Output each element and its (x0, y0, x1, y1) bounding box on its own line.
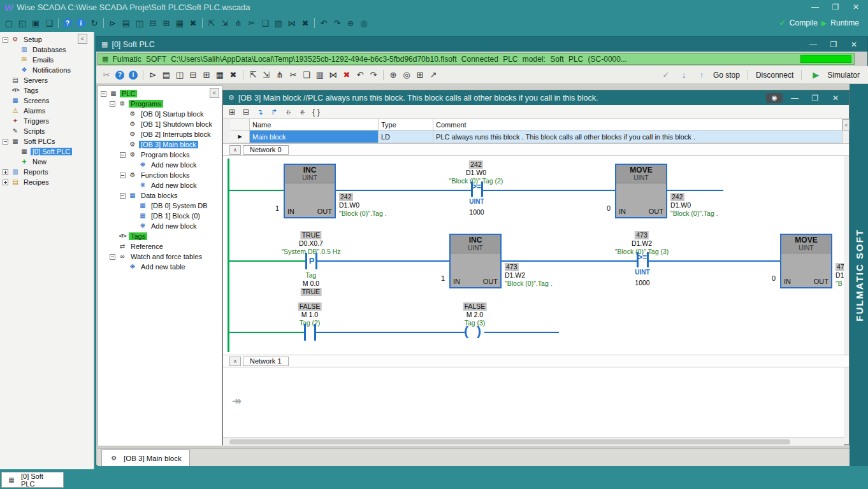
contact-closed-icon[interactable]: -|/|- (296, 106, 308, 118)
copy-icon[interactable]: ❑ (259, 17, 271, 29)
move-block[interactable]: MOVE UINT IN OUT (615, 164, 667, 218)
expander-icon[interactable] (120, 173, 126, 178)
plc-help-icon[interactable]: ? (115, 71, 124, 80)
tree-item-program-blocks[interactable]: ⚙Program blocks (98, 150, 222, 160)
sidebar-item-servers[interactable]: ▤Servers (0, 75, 94, 85)
tree-item-add-data-block[interactable]: ❋Add new block (98, 221, 222, 231)
expander-icon[interactable] (110, 101, 115, 107)
paste-icon[interactable]: ▥ (272, 17, 285, 29)
sidebar-item-soft-plcs[interactable]: ▦Soft PLCs (0, 136, 94, 146)
sidebar-item-triggers[interactable]: ✦Triggers (0, 116, 94, 126)
online-monitor-icon[interactable]: ◉ (766, 93, 783, 103)
select-icon[interactable]: ⊳ (106, 17, 119, 29)
block-type-cell[interactable]: LD (379, 131, 433, 143)
tree-item-function-blocks[interactable]: ⚙Function blocks (98, 170, 222, 180)
coil-left-icon[interactable]: ( (464, 323, 468, 339)
plc-grid-view-icon[interactable]: ▦ (213, 69, 226, 82)
tree-item-plc[interactable]: ▦PLC (98, 89, 222, 99)
positive-edge-contact[interactable]: P (309, 256, 315, 266)
sidebar-item-databases[interactable]: ▥Databases (0, 45, 94, 55)
tree-item-ob2[interactable]: ⚙[OB 2] Interrupts block (98, 129, 222, 139)
tree-item-add-function-block[interactable]: ❋Add new block (98, 180, 222, 190)
plc-zoom-icon[interactable]: ⊕ (387, 69, 400, 82)
tree-item-db1[interactable]: ▦[DB 1] Block (0) (98, 211, 222, 221)
expander-icon[interactable] (120, 193, 126, 199)
open-icon[interactable]: ◱ (16, 17, 29, 29)
plc-close-button[interactable]: ✕ (846, 40, 862, 49)
cut-icon[interactable]: ✂ (245, 17, 258, 29)
sidebar-item-notifications[interactable]: ❖Notifications (0, 65, 94, 75)
runtime-button[interactable]: Runtime (830, 18, 859, 27)
contact-bar[interactable] (304, 324, 306, 341)
editor-maximize-button[interactable]: ❐ (807, 94, 823, 103)
scrollbar-thumb[interactable] (229, 439, 790, 444)
expander-icon[interactable] (3, 37, 8, 43)
plc-external-icon[interactable]: ↗ (427, 69, 440, 82)
plc-import-icon[interactable]: ⇲ (260, 69, 273, 82)
insert-rung-icon[interactable]: ↠ (232, 394, 242, 408)
comment-column-header[interactable]: Comment (433, 119, 843, 131)
split-horizontal-icon[interactable]: ◫ (133, 17, 146, 29)
plc-undo-icon[interactable]: ↶ (354, 69, 366, 82)
editor-close-button[interactable]: ✕ (827, 94, 844, 103)
delete-icon[interactable]: ✖ (299, 17, 312, 29)
type-column-header[interactable]: Type (379, 119, 433, 131)
tree-item-reference[interactable]: ⇄Reference (98, 241, 222, 252)
accept-icon[interactable]: ✓ (660, 69, 672, 82)
download-to-plc-icon[interactable]: ↓ (677, 69, 690, 82)
tab-ob3-main-block[interactable]: ⚙ [OB 3] Main block (101, 450, 190, 466)
sync-icon[interactable]: ↻ (88, 17, 101, 29)
disconnect-button[interactable]: Disconnect (756, 71, 793, 80)
plc-info-icon[interactable]: i (129, 71, 138, 80)
sidebar-item-alarms[interactable]: ⚠Alarms (0, 106, 94, 116)
merge-icon[interactable]: ⋈ (286, 17, 298, 29)
tree-item-ob0[interactable]: ⚙[OB 0] Startup block (98, 109, 222, 119)
upload-from-plc-icon[interactable]: ↑ (695, 69, 708, 82)
network0-label[interactable]: Network 0 (243, 145, 289, 155)
plc-export-icon[interactable]: ⇱ (247, 69, 259, 82)
taskbar-tab-soft-plc[interactable]: ▦ [0] Soft PLC (1, 472, 64, 488)
operand-label[interactable]: 47 D1 "B (835, 263, 844, 288)
table-collapse-button[interactable]: < (843, 119, 850, 131)
tree-item-watch-tables[interactable]: ∞Watch and force tables (98, 252, 222, 262)
inc-block[interactable]: INC UINT IN OUT (284, 164, 336, 218)
block-table-row[interactable]: ▶ Main block LD PLC always runs this blo… (231, 131, 843, 143)
tree-item-add-new-table[interactable]: ❋Add new table (98, 262, 222, 272)
find-icon[interactable]: ◎ (358, 17, 370, 29)
tree-item-db0[interactable]: ▦[DB 0] System DB (98, 201, 222, 211)
save-all-icon[interactable]: ❏ (43, 17, 55, 29)
sidebar-item-reports[interactable]: ▥Reports (0, 167, 94, 177)
sidebar-item-soft-plc-0[interactable]: ▦[0] Soft PLC (0, 146, 94, 157)
plc-maximize-button[interactable]: ❐ (825, 40, 842, 49)
sidebar-item-new-plc[interactable]: +New (0, 157, 94, 167)
plc-redo-icon[interactable]: ↷ (367, 69, 380, 82)
contact-operand-label[interactable]: TRUE D0.X0.7 "System DB".0.5 Hz (281, 231, 340, 256)
plc-minimize-button[interactable]: — (805, 40, 821, 49)
tree-item-data-blocks[interactable]: ▦Data blocks (98, 190, 222, 201)
plc-paste-icon[interactable]: ▥ (314, 69, 326, 82)
network-collapse-icon[interactable]: ∧ (229, 145, 241, 155)
tree-item-tags[interactable]: <T>Tags (98, 231, 222, 241)
plc-split-horizontal-icon[interactable]: ◫ (173, 69, 186, 82)
sidebar-item-scripts[interactable]: ✎Scripts (0, 126, 94, 136)
name-column-header[interactable]: Name (250, 119, 379, 131)
network1-label[interactable]: Network 1 (243, 357, 289, 366)
plc-branch-icon[interactable]: ⋔ (273, 69, 286, 82)
network0-canvas[interactable]: INC UINT IN OUT 1 242 D1.W0 "Block (0)".… (223, 156, 844, 355)
operand-label[interactable]: 242 D1.W0 "Block (0)".Tag . (670, 193, 718, 218)
branch-icon[interactable]: ⋔ (232, 17, 245, 29)
app-minimize-button[interactable]: — (807, 3, 823, 11)
expander-icon[interactable] (101, 91, 106, 97)
branch-up-icon[interactable]: ↱ (268, 106, 280, 118)
coil-right-icon[interactable]: ) (477, 323, 481, 339)
quad-view-icon[interactable]: ⊞ (160, 17, 173, 29)
plc-window-titlebar[interactable]: ▦ [0] Soft PLC — ❐ ✕ (96, 37, 867, 52)
plc-table-view-icon[interactable]: ▤ (160, 69, 173, 82)
plc-merge-icon[interactable]: ⋈ (327, 69, 340, 82)
contact-operand-label[interactable]: FALSE M 1.0 Tag (2) (298, 302, 322, 327)
plc-find-icon[interactable]: ◎ (400, 69, 413, 82)
sidebar-collapse-button[interactable]: < (78, 34, 87, 44)
plc-cut2-icon[interactable]: ✂ (287, 69, 300, 82)
zoom-icon[interactable]: ⊕ (344, 17, 357, 29)
plc-add-grid-icon[interactable]: ⊞ (414, 69, 426, 82)
